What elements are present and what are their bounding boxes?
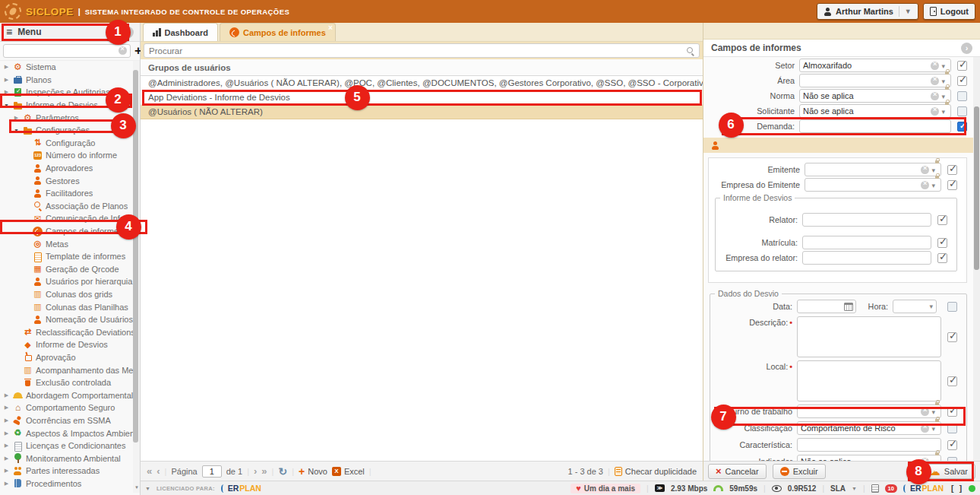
tab-close-icon[interactable]: × [328,24,333,32]
sidebar-scrollbar-thumb[interactable] [133,70,138,443]
sidebar-item-numero-do-informe[interactable]: Número do informe [0,149,133,162]
tab-campos-de-informes[interactable]: Campos de informes × [220,23,336,41]
clear-icon[interactable] [931,62,939,70]
menu-header[interactable]: ≡ Menu ‹ [0,23,140,42]
input-empresa-do-relator[interactable] [802,251,931,265]
sidebar-search-input[interactable] [3,44,131,58]
textarea-local[interactable] [797,360,941,401]
sidebar-item-informe-de-desvios[interactable]: ▼Informe de Desvios [0,99,133,112]
checkbox-none[interactable] [957,106,967,116]
list-search-input[interactable] [149,46,686,56]
combo-norma[interactable]: Não se aplica▾ [799,89,951,103]
dropdown-caret-icon[interactable]: ▾ [941,78,945,85]
resize-handle-icon[interactable]: ▼ [145,486,150,491]
sidebar-item-licencas-e-condicionantes[interactable]: ▶Licenças e Condicionantes [0,439,133,452]
check-duplicates-button[interactable]: Checar duplicidade [615,467,697,476]
checkbox-gray[interactable] [947,332,957,342]
clear-icon[interactable] [921,424,929,433]
clear-icon[interactable] [931,92,939,100]
clear-icon[interactable] [931,77,939,85]
dropdown-caret-icon[interactable]: ▾ [931,408,935,416]
clear-icon[interactable] [921,408,929,416]
notifications-grid-icon[interactable] [871,484,879,493]
checkbox-gray[interactable] [947,180,957,190]
calendar-icon[interactable] [844,303,853,311]
combo-turno-de-trabalho[interactable]: ▾ [797,405,941,418]
list-column-header[interactable]: Grupos de usuários [141,59,703,76]
list-search-box[interactable] [144,43,700,58]
cancel-button[interactable]: × Cancelar [708,464,767,479]
sidebar-item-sistema[interactable]: ▶Sistema [0,61,133,74]
combo-indicador[interactable]: Não se aplica▾ [797,455,941,461]
sidebar-item-abordagem-comportamental[interactable]: ▶Abordagem Comportamental [0,389,133,401]
list-item[interactable]: App Deviations - Informe de Desvios [141,90,703,105]
checkbox-gray[interactable] [947,165,957,175]
new-button[interactable]: + Novo [299,465,327,478]
sidebar-item-ocorrencias-em-ssma[interactable]: ▶Ocorrências em SSMA [0,414,133,427]
dropdown-caret-icon[interactable]: ▾ [941,93,945,100]
clear-icon[interactable] [921,181,929,189]
clear-icon[interactable] [921,166,929,174]
next-page-button[interactable]: › [254,465,257,477]
excel-export-button[interactable]: X Excel [332,467,365,476]
sidebar-item-gestores[interactable]: Gestores [0,174,133,187]
list-item[interactable]: @Usuários ( NÃO ALTERAR) [141,105,703,119]
checkbox-gray[interactable] [937,238,947,248]
sidebar-item-parametros[interactable]: ▶Parâmetros [0,111,133,124]
logout-button[interactable]: Logout [923,3,975,20]
sidebar-collapse-button[interactable]: ‹ [122,27,134,38]
checkbox-gray[interactable] [957,61,967,71]
sidebar-item-configuracoes[interactable]: ▼Configurações [0,124,133,137]
input-matricula[interactable] [802,236,931,249]
scroll-down-icon[interactable]: ▼ [134,485,139,490]
refresh-icon[interactable]: ↻ [278,466,287,477]
clear-search-icon[interactable] [119,46,127,55]
dropdown-caret-icon[interactable]: ▾ [931,425,935,433]
save-button[interactable]: ☁ Salvar [922,464,975,479]
sidebar-item-geracao-de-qrcode[interactable]: Geração de Qrcode [0,263,133,276]
checkbox-gray[interactable] [937,253,947,263]
sidebar-item-exclusao-controlada[interactable]: Exclusão controlada [0,376,133,389]
fullscreen-icon[interactable]: [ ] [950,484,963,493]
user-menu-button[interactable]: Arthur Martins ▼ [817,3,918,20]
checkbox-blue[interactable] [957,122,967,132]
input-relator[interactable] [802,213,931,227]
sidebar-item-inspecoes-e-auditorias[interactable]: ▶Inspeções e Auditorias [0,86,133,99]
combo-classificacao[interactable]: Comportamento de Risco▾ [797,421,941,435]
delete-button[interactable]: Excluir [773,464,826,479]
dropdown-caret-icon[interactable]: ▾ [941,108,945,116]
input-caracteristica[interactable] [797,438,941,452]
dropdown-caret-icon[interactable]: ▾ [931,167,935,174]
prev-page-button[interactable]: ‹ [156,465,160,477]
panel-collapse-button[interactable]: › [961,43,972,54]
sidebar-item-usuarios-por-hierarquia[interactable]: Usuários por hierarquia [0,275,133,288]
sidebar-item-monitoramento-ambiental[interactable]: ▶Monitoramento Ambiental [0,452,133,465]
sidebar-item-reclassificacao-deviations[interactable]: Reclassificação Deviations [0,325,133,338]
date-input[interactable] [797,300,856,313]
checkbox-gray[interactable] [957,76,967,86]
sidebar-item-nomeacao-de-usuarios[interactable]: Nomeação de Usuários [0,313,133,326]
dropdown-caret-icon[interactable]: ▾ [929,303,933,310]
sidebar-item-template-de-informes[interactable]: Template de informes [0,250,133,263]
checkbox-gray[interactable] [947,407,957,417]
combo-empresa-do-emitente[interactable]: ▾ [805,178,941,192]
sla-label[interactable]: SLA [830,484,846,493]
combo-emitente[interactable]: ▾ [805,163,941,176]
combo-setor[interactable]: Almoxarifado▾ [799,59,951,72]
sidebar-item-partes-interessadas[interactable]: ▶Partes interessadas [0,465,133,478]
checkbox-gray[interactable] [947,376,957,386]
sidebar-item-configuracao[interactable]: Configuração [0,137,133,150]
combo-area[interactable]: ▾ [799,74,951,87]
sidebar-item-comunicacao-de-informes[interactable]: Comunicação de Informes [0,212,133,225]
tab-dashboard[interactable]: Dashboard [143,23,218,41]
sidebar-item-aspectos-impactos-ambienta[interactable]: ▶Aspectos & Impactos Ambienta [0,427,133,439]
input-demanda[interactable] [799,119,951,133]
textarea-descricao[interactable] [797,316,941,357]
sidebar-item-aprovadores[interactable]: Aprovadores [0,162,133,175]
hamburger-icon[interactable]: ≡ [6,27,12,37]
sidebar-item-colunas-dos-grids[interactable]: Colunas dos grids [0,288,133,301]
detail-scrollbar-thumb[interactable] [974,106,979,270]
sidebar-item-procedimentos[interactable]: ▶Procedimentos [0,478,133,490]
sidebar-item-informe-de-desvios[interactable]: Informe de Desvios [0,338,133,351]
sla-caret-icon[interactable]: ▼ [852,486,857,491]
